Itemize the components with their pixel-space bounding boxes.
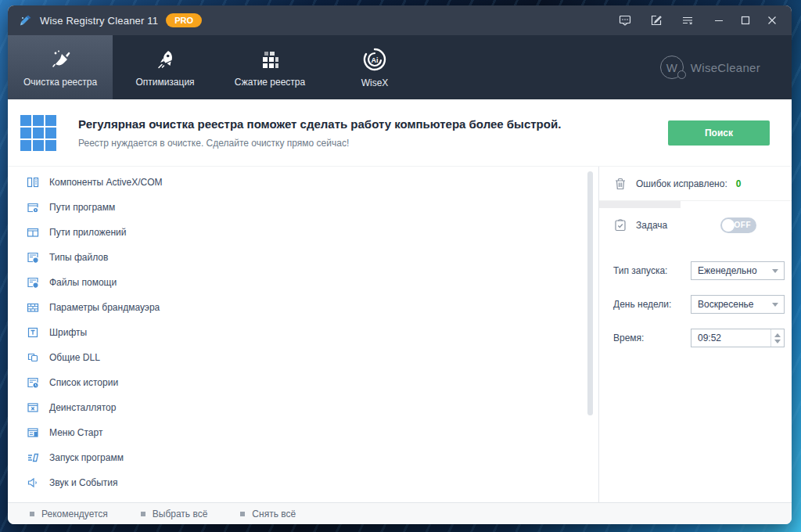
category-help-files[interactable]: ? Файлы помощи	[8, 270, 598, 295]
toggle-state-label: OFF	[735, 217, 752, 233]
maximize-button[interactable]	[732, 9, 759, 32]
square-bullet-icon	[30, 512, 34, 516]
pro-badge: PRO	[166, 13, 202, 27]
category-list: Компоненты ActiveX/COM Пути программ Пут…	[8, 167, 598, 502]
square-bullet-icon	[141, 512, 145, 516]
category-uninstaller[interactable]: Деинсталлятор	[8, 395, 598, 420]
category-sound-events[interactable]: Звук и События	[8, 470, 598, 495]
firewall-icon	[27, 301, 39, 314]
wisex-ai-icon: Ai	[362, 47, 387, 72]
selection-footer: Рекомендуется Выбрать всё Снять всё	[8, 502, 792, 524]
tab-optimization[interactable]: Оптимизация	[113, 35, 217, 99]
spin-down-icon[interactable]	[774, 340, 781, 343]
feedback-icon[interactable]	[612, 9, 638, 32]
weekday-select[interactable]: Воскресенье	[691, 295, 785, 314]
titlebar: Wise Registry Cleaner 11 PRO	[8, 5, 792, 35]
toggle-knob	[722, 219, 735, 232]
category-startup-programs[interactable]: Запуск программ	[8, 445, 598, 470]
chevron-down-icon	[772, 269, 778, 273]
banner-subtitle: Реестр нуждается в очистке. Сделайте очи…	[78, 138, 561, 149]
chevron-down-icon	[772, 303, 778, 307]
uninstaller-icon	[27, 401, 39, 414]
errors-fixed-label: Ошибок исправлено:	[636, 178, 727, 189]
main-nav: Очистка реестра Оптимизация	[8, 35, 792, 99]
wisecleaner-brand: W WiseCleaner	[660, 35, 760, 99]
activex-components-icon	[27, 176, 39, 189]
task-row: Задача OFF	[599, 208, 792, 233]
tab-label: Оптимизация	[135, 77, 194, 88]
category-firewall-settings[interactable]: Параметры брандмауэра	[8, 295, 598, 320]
category-fonts[interactable]: Шрифты	[8, 320, 598, 345]
errors-fixed-count: 0	[736, 178, 742, 189]
minimize-button[interactable]	[706, 9, 732, 32]
help-files-icon: ?	[27, 276, 39, 289]
tab-registry-cleaner[interactable]: Очистка реестра	[8, 35, 113, 99]
window-title: Wise Registry Cleaner 11	[40, 15, 158, 27]
compress-grid-icon	[258, 48, 282, 71]
svg-text:Ai: Ai	[372, 56, 379, 64]
start-menu-icon	[27, 426, 39, 439]
category-activex-com[interactable]: Компоненты ActiveX/COM	[8, 170, 598, 195]
select-recommended-button[interactable]: Рекомендуется	[30, 509, 108, 519]
startup-programs-icon	[27, 451, 39, 464]
run-type-select[interactable]: Еженедельно	[691, 261, 785, 280]
task-toggle[interactable]: OFF	[720, 217, 756, 233]
svg-text:!: !	[35, 258, 37, 263]
history-list-icon	[27, 376, 39, 389]
time-label: Время:	[613, 332, 644, 343]
panel-divider-strip	[599, 201, 681, 208]
rocket-icon	[153, 48, 177, 71]
trash-icon	[613, 177, 627, 191]
category-start-menu[interactable]: Меню Старт	[8, 420, 598, 445]
blue-grid-icon	[20, 115, 56, 151]
app-paths-icon	[27, 226, 39, 239]
program-paths-icon	[27, 201, 39, 214]
task-label: Задача	[636, 220, 667, 231]
wisecleaner-logo-icon: W	[660, 56, 684, 79]
shared-dll-icon	[27, 351, 39, 364]
time-spinner[interactable]: 09:52	[691, 329, 785, 347]
broom-icon	[48, 48, 72, 71]
app-logo-icon	[19, 13, 33, 27]
weekday-label: День недели:	[613, 299, 671, 310]
run-type-label: Тип запуска:	[613, 265, 667, 276]
fonts-icon	[27, 326, 39, 339]
category-program-paths[interactable]: Пути программ	[8, 195, 598, 220]
select-all-button[interactable]: Выбрать всё	[141, 509, 208, 519]
category-history-list[interactable]: Список истории	[8, 370, 598, 395]
category-file-types[interactable]: ! Типы файлов	[8, 245, 598, 270]
close-button[interactable]	[759, 9, 785, 32]
register-edit-icon[interactable]	[643, 9, 670, 32]
square-bullet-icon	[240, 512, 245, 516]
task-panel: Ошибок исправлено: 0 Задача OFF Тип зап	[598, 167, 792, 502]
file-types-icon: !	[27, 251, 39, 264]
app-window: Wise Registry Cleaner 11 PRO	[8, 5, 792, 524]
list-scrollbar[interactable]	[587, 171, 593, 415]
deselect-all-button[interactable]: Снять всё	[240, 509, 296, 519]
spin-up-icon[interactable]	[774, 333, 781, 337]
category-shared-dll[interactable]: Общие DLL	[8, 345, 598, 370]
task-clipboard-icon	[613, 218, 627, 232]
tab-label: WiseX	[361, 77, 389, 88]
tab-label: Сжатие реестра	[235, 77, 305, 88]
banner-title: Регулярная очистка реестра поможет сдела…	[78, 117, 561, 131]
tab-registry-compress[interactable]: Сжатие реестра	[217, 35, 322, 99]
tab-wisex[interactable]: Ai WiseX	[322, 35, 427, 99]
status-banner: Регулярная очистка реестра поможет сдела…	[8, 99, 792, 167]
errors-fixed-row: Ошибок исправлено: 0	[599, 167, 792, 201]
menu-icon[interactable]	[674, 9, 701, 32]
spinner-arrows[interactable]	[770, 329, 784, 347]
category-app-paths[interactable]: Пути приложений	[8, 220, 598, 245]
sound-events-icon	[27, 476, 39, 489]
tab-label: Очистка реестра	[23, 77, 97, 88]
search-button[interactable]: Поиск	[668, 120, 770, 146]
